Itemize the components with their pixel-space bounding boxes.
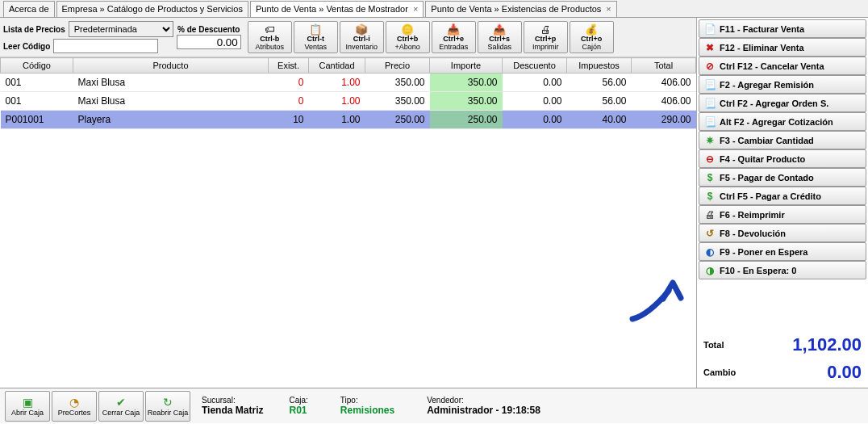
cambio-value: 0.00 — [827, 362, 862, 383]
action-label: F8 - Devolución — [720, 229, 786, 238]
action-btn[interactable]: 📃F2 - Agregar Remisión — [699, 75, 866, 94]
table-row[interactable]: 001Maxi Blusa01.00350.00350.000.0056.004… — [1, 92, 696, 111]
tab-1[interactable]: Punto de Venta » Ventas de Mostrador× — [250, 1, 424, 17]
action-icon: 📃 — [704, 98, 716, 109]
caja-label: Caja: — [289, 396, 307, 405]
action-label: Alt F2 - Agregar Cotización — [720, 117, 833, 127]
action-icon: ⊖ — [704, 153, 716, 165]
action-icon: ◑ — [704, 265, 716, 276]
action-btn[interactable]: ↺F8 - Devolución — [699, 224, 866, 242]
statusbar-btn[interactable]: ✔Cerrar Caja — [98, 391, 144, 422]
toolbar-btn-inventario[interactable]: 📦Ctrl-iInventario — [340, 21, 384, 53]
action-icon: 📄 — [704, 23, 716, 35]
toolbar-btn-imprimir[interactable]: 🖨Ctrl+pImprimir — [524, 21, 568, 53]
col-header[interactable]: Total — [632, 58, 696, 73]
action-label: F12 - Eliminar Venta — [720, 43, 804, 52]
tab-2[interactable]: Punto de Venta » Existencias de Producto… — [425, 1, 616, 17]
action-icon: ↺ — [704, 228, 716, 239]
sales-grid[interactable]: CódigoProductoExist.CantidadPrecioImport… — [0, 57, 696, 388]
read-code-label: Leer Código — [3, 42, 50, 51]
action-btn[interactable]: ✷F3 - Cambiar Cantidad — [699, 131, 866, 149]
toolbar-btn-atributos[interactable]: 🏷Ctrl-bAtributos — [248, 21, 292, 53]
col-header[interactable]: Impuestos — [567, 58, 632, 73]
col-header[interactable]: Cantidad — [309, 58, 365, 73]
read-code-input[interactable] — [53, 39, 158, 53]
statusbar-icon: ✔ — [116, 396, 126, 409]
col-header[interactable]: Producto — [73, 58, 269, 73]
toolbar-btn-entradas[interactable]: 📥Ctrl+eEntradas — [432, 21, 476, 53]
action-label: F5 - Pagar de Contado — [720, 173, 814, 183]
price-list-label: Lista de Precios — [3, 25, 65, 34]
tipo-value: Remisiones — [340, 405, 394, 416]
action-btn[interactable]: ◐F9 - Poner en Espera — [699, 242, 866, 261]
total-value: 1,102.00 — [792, 334, 862, 355]
caja-value: R01 — [289, 405, 307, 416]
discount-label: % de Descuento — [177, 25, 240, 34]
action-btn[interactable]: 📃Alt F2 - Agregar Cotización — [699, 112, 866, 131]
col-header[interactable]: Código — [1, 58, 73, 73]
table-row[interactable]: P001001Playera101.00250.00250.000.0040.0… — [1, 111, 696, 129]
action-icon: ⊘ — [704, 61, 716, 72]
action-label: F2 - Agregar Remisión — [720, 80, 814, 90]
action-btn[interactable]: ⊘Ctrl F12 - Cancelar Venta — [699, 57, 866, 75]
toolbar-icon: 🏷 — [265, 24, 275, 35]
total-label: Total — [703, 340, 724, 350]
price-list-select[interactable]: Predeterminada — [69, 21, 173, 37]
discount-input[interactable] — [177, 35, 241, 49]
action-btn[interactable]: 📄F11 - Facturar Venta — [699, 19, 866, 38]
action-btn[interactable]: $Ctrl F5 - Pagar a Crédito — [699, 187, 866, 205]
action-btn[interactable]: ⊖F4 - Quitar Producto — [699, 149, 866, 168]
action-label: F4 - Quitar Producto — [720, 154, 805, 164]
action-btn[interactable]: ◑F10 - En Espera: 0 — [699, 261, 866, 279]
action-btn[interactable]: $F5 - Pagar de Contado — [699, 168, 866, 187]
statusbar-btn[interactable]: ↻Reabrir Caja — [145, 391, 190, 422]
toolbar-btn-salidas[interactable]: 📤Ctrl+sSalidas — [478, 21, 522, 53]
toolbar-icon: 🖨 — [540, 24, 551, 35]
action-icon: 🖨 — [704, 209, 716, 220]
action-label: F6 - Reimprimir — [720, 210, 785, 220]
action-label: Ctrl F2 - Agregar Orden S. — [720, 99, 828, 108]
action-btn[interactable]: ✖F12 - Eliminar Venta — [699, 38, 866, 57]
toolbar-btn-ventas[interactable]: 📋Ctrl-tVentas — [294, 21, 338, 53]
col-header[interactable]: Descuento — [503, 58, 567, 73]
action-label: F10 - En Espera: 0 — [720, 266, 796, 275]
sucursal-value: Tienda Matriz — [202, 405, 263, 416]
toolbar-icon: 📦 — [355, 24, 368, 35]
action-icon: ◐ — [704, 246, 716, 258]
col-header[interactable]: Precio — [365, 58, 430, 73]
toolbar-icon: 📥 — [447, 24, 460, 35]
action-icon: $ — [704, 172, 716, 183]
statusbar-icon: ↻ — [163, 396, 173, 409]
action-label: F3 - Cambiar Cantidad — [720, 136, 814, 145]
action-label: F11 - Facturar Venta — [720, 24, 804, 34]
toolbar-icon: 📋 — [309, 24, 322, 35]
menu-acerca[interactable]: Acerca de — [3, 1, 55, 17]
action-label: Ctrl F5 - Pagar a Crédito — [720, 191, 821, 201]
statusbar-btn[interactable]: ◔PreCortes — [52, 391, 97, 422]
action-icon: ✷ — [704, 135, 716, 146]
action-btn[interactable]: 📃Ctrl F2 - Agregar Orden S. — [699, 94, 866, 112]
tab-close-icon[interactable]: × — [413, 4, 418, 14]
action-icon: ✖ — [704, 42, 716, 53]
tipo-label: Tipo: — [340, 396, 394, 405]
action-icon: 📃 — [704, 116, 716, 128]
toolbar-btn-cajón[interactable]: 💰Ctrl+oCajón — [570, 21, 614, 53]
table-row[interactable]: 001Maxi Blusa01.00350.00350.000.0056.004… — [1, 73, 696, 92]
tab-close-icon[interactable]: × — [606, 4, 611, 14]
cambio-label: Cambio — [703, 367, 736, 377]
toolbar-icon: 🪙 — [401, 24, 414, 35]
action-icon: $ — [704, 191, 716, 202]
toolbar-btn-+abono[interactable]: 🪙Ctrl+b+Abono — [386, 21, 430, 53]
tab-0[interactable]: Empresa » Catálogo de Productos y Servic… — [56, 1, 248, 17]
toolbar-icon: 💰 — [585, 24, 598, 35]
vendedor-label: Vendedor: — [427, 396, 540, 405]
action-label: Ctrl F12 - Cancelar Venta — [720, 61, 824, 71]
config-row: Lista de Precios Predeterminada Leer Cód… — [0, 18, 696, 57]
action-btn[interactable]: 🖨F6 - Reimprimir — [699, 205, 866, 224]
statusbar-btn[interactable]: ▣Abrir Caja — [5, 391, 50, 422]
col-header[interactable]: Importe — [430, 58, 503, 73]
col-header[interactable]: Exist. — [269, 58, 309, 73]
sucursal-label: Sucursal: — [202, 396, 263, 405]
vendedor-value: Administrador - 19:18:58 — [427, 405, 540, 416]
statusbar-icon: ◔ — [69, 396, 79, 409]
